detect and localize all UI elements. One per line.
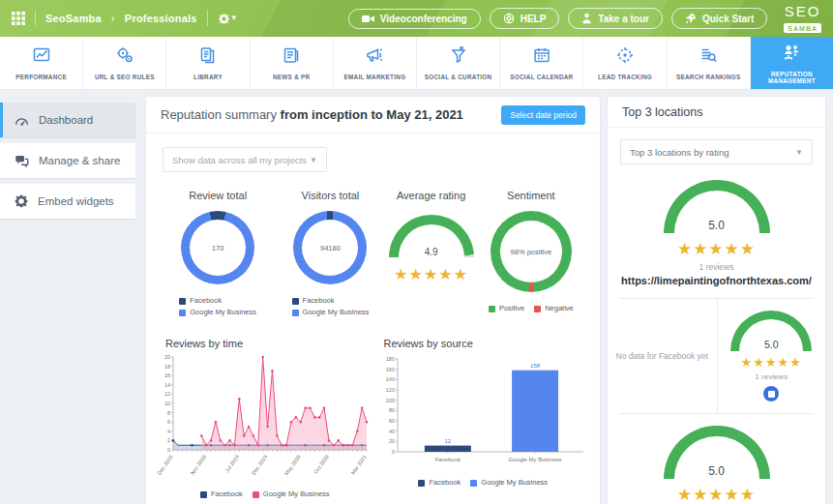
brand-name[interactable]: SeoSamba — [45, 13, 102, 24]
chart-title: Average rating — [397, 190, 465, 201]
person-icon — [581, 13, 592, 24]
summary-charts-row: Review total 170 Facebook Google My Busi… — [146, 176, 600, 318]
svg-text:14: 14 — [164, 382, 170, 388]
nav-item-news-pr[interactable]: NEWS & PR — [251, 37, 334, 89]
location-review-count: 1 reviews — [699, 262, 734, 272]
help-button[interactable]: HELP — [490, 8, 560, 29]
lower-charts-row: Reviews by time 02468101214161820Dec 201… — [146, 318, 600, 500]
header-divider — [35, 11, 36, 26]
google-my-business-icon[interactable] — [763, 386, 779, 401]
top-locations-panel: Top 3 locations Top 3 locations by ratin… — [608, 97, 825, 504]
locations-sort-dropdown[interactable]: Top 3 locations by rating ▼ — [620, 139, 813, 164]
reputation-summary-title: Reputation summary from inception to May… — [161, 107, 463, 122]
nav-item-url-seo-rules[interactable]: URL & SEO RULES — [83, 37, 166, 89]
visitors-total-donut: 94180 — [293, 211, 367, 284]
settings-gear-dropdown[interactable]: ▾ — [218, 13, 237, 25]
svg-text:Jul 2019: Jul 2019 — [223, 454, 240, 473]
rating-stars: ★★★★★ — [394, 265, 468, 283]
svg-text:160: 160 — [385, 367, 394, 372]
nav-item-lead-tracking[interactable]: LEAD TRACKING — [583, 37, 667, 89]
gmb-swatch — [179, 310, 186, 316]
nav-item-email-marketing[interactable]: EMAIL MARKETING — [334, 37, 417, 89]
header-divider — [207, 11, 208, 26]
svg-text:20: 20 — [388, 438, 394, 444]
reputation-summary-panel: Reputation summary from inception to May… — [146, 97, 600, 504]
average-rating-gauge: 4.9 — [389, 215, 474, 257]
gears-icon — [114, 45, 135, 69]
review-total-value: 170 — [212, 244, 224, 252]
svg-text:180: 180 — [385, 356, 394, 362]
negative-swatch — [534, 306, 541, 312]
location-rating-value: 5.0 — [664, 464, 770, 478]
positive-swatch — [489, 306, 495, 312]
take-a-tour-button[interactable]: Take a tour — [568, 8, 663, 29]
review-total-chart: Review total 170 Facebook Google My Busi… — [162, 190, 274, 318]
facebook-swatch — [292, 298, 299, 305]
svg-text:6: 6 — [167, 419, 170, 425]
videoconferencing-button[interactable]: Videoconferencing — [348, 9, 481, 29]
visitors-total-chart: Visitors total 94180 Facebook Google My … — [274, 190, 386, 318]
chart-legend: Facebook Google My Business — [179, 295, 256, 318]
sidebar-item-label: Manage & share — [39, 155, 120, 166]
sentiment-donut: 98% positive — [491, 211, 572, 292]
svg-text:0: 0 — [167, 447, 170, 453]
gmb-swatch — [292, 310, 299, 316]
projects-dropdown[interactable]: Show data across all my projects ▼ — [163, 147, 327, 172]
svg-text:80: 80 — [388, 407, 394, 413]
nav-item-library[interactable]: LIBRARY — [166, 37, 250, 89]
apps-grid-icon[interactable] — [12, 12, 25, 25]
nav-item-search-rankings[interactable]: SEARCH RANKINGS — [668, 37, 751, 89]
svg-text:12: 12 — [164, 391, 170, 397]
chevron-down-icon: ▼ — [795, 148, 803, 157]
svg-text:16: 16 — [164, 372, 170, 378]
svg-text:20: 20 — [164, 354, 170, 360]
chart-title: Review total — [189, 190, 247, 201]
sidebar-item-label: Embed widgets — [38, 195, 114, 207]
megaphone-icon — [364, 45, 385, 69]
nav-item-social-calendar[interactable]: SOCIAL CALENDAR — [500, 37, 583, 89]
sidebar-item-embed-widgets[interactable]: Embed widgets — [0, 184, 135, 219]
location-card-3: 5.0 ★★★★★ 56 reviews https://limepaintin… — [608, 414, 825, 504]
svg-text:Dec 2015: Dec 2015 — [156, 454, 173, 476]
location-review-count: 1 reviews — [755, 372, 788, 381]
reviews-by-source-chart: Reviews by source 0204060801001201401601… — [374, 338, 593, 500]
calendar-icon — [531, 45, 552, 69]
svg-text:60: 60 — [388, 418, 394, 424]
select-date-period-button[interactable]: Select date period — [501, 105, 585, 125]
quick-start-button[interactable]: Quick Start — [671, 8, 767, 29]
funnel-icon — [448, 45, 469, 69]
nav-item-social-curation[interactable]: SOCIAL & CURATION — [417, 37, 500, 89]
chart-title: Reviews by source — [384, 338, 593, 349]
people-network-icon — [781, 43, 802, 66]
rocket-icon — [685, 13, 697, 24]
sentiment-chart: Sentiment 98% positive Positive Negative — [476, 190, 586, 318]
chat-bubbles-icon — [14, 154, 30, 168]
location-stars: ★★★★★ — [677, 239, 756, 259]
svg-text:4: 4 — [167, 429, 170, 434]
no-facebook-data-note: No data for Facebook yet — [616, 351, 708, 361]
svg-text:0: 0 — [391, 449, 394, 455]
nav-item-performance[interactable]: PERFORMANCE — [0, 37, 83, 89]
rankings-list-magnifier-icon — [698, 45, 719, 69]
sidebar-item-dashboard[interactable]: Dashboard — [0, 103, 135, 137]
chart-legend: Facebook Google My Business — [292, 295, 370, 318]
reviews-by-time-plot: 02468101214161820Dec 2015Nov 2018Jul 201… — [156, 351, 374, 485]
sidebar-item-label: Dashboard — [39, 114, 93, 126]
location-stars: ★★★★★ — [677, 485, 756, 504]
svg-text:2: 2 — [167, 437, 170, 443]
dashboard-gauge-icon — [14, 113, 30, 128]
svg-text:120: 120 — [385, 387, 394, 393]
chart-title: Visitors total — [302, 190, 360, 201]
svg-text:140: 140 — [385, 376, 394, 382]
sidebar-item-manage-share[interactable]: Manage & share — [0, 143, 135, 178]
life-ring-icon — [503, 13, 515, 24]
chart-title: Sentiment — [507, 190, 555, 201]
breadcrumb-separator: › — [111, 12, 115, 25]
nav-item-reputation-management[interactable]: REPUTATION MANAGEMENT — [751, 37, 833, 89]
breadcrumb-section[interactable]: Professionals — [125, 13, 197, 24]
chart-title: Reviews by time — [165, 338, 374, 349]
chart-legend: Facebook Google My Business — [374, 477, 593, 489]
chevron-down-icon: ▼ — [310, 156, 317, 164]
svg-text:18: 18 — [164, 364, 170, 370]
location-url-link[interactable]: https://limepaintingofnorthtexas.com/ — [621, 275, 812, 286]
